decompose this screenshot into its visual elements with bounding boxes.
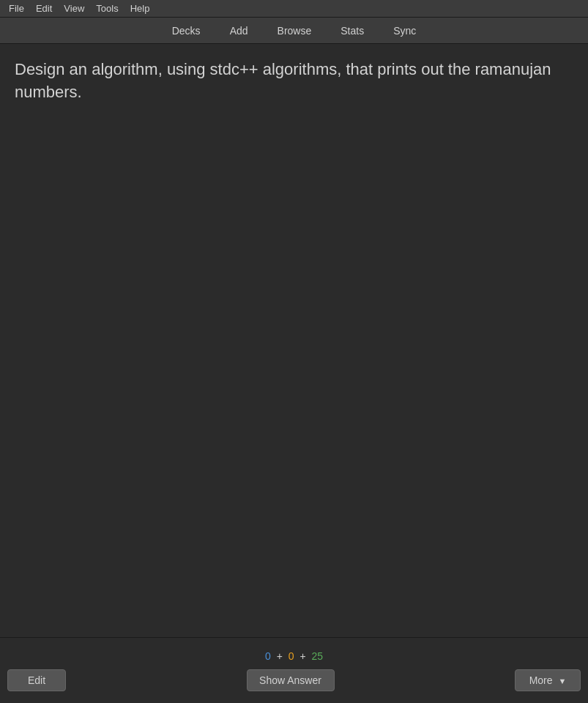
more-arrow-icon: ▼ [558,677,566,685]
toolbar-sync[interactable]: Sync [379,21,431,41]
edit-button[interactable]: Edit [7,669,66,691]
more-label: More [529,674,553,686]
menu-tools[interactable]: Tools [90,1,124,15]
menu-edit[interactable]: Edit [30,1,58,15]
show-answer-button[interactable]: Show Answer [247,669,335,691]
sep2: + [299,650,305,662]
count-due: 25 [311,650,323,662]
count-learn: 0 [289,650,294,662]
menu-bar: File Edit View Tools Help [0,0,588,18]
menu-file[interactable]: File [3,1,30,15]
toolbar: Decks Add Browse Stats Sync [0,18,588,44]
toolbar-stats[interactable]: Stats [326,21,379,41]
bottom-buttons: Edit Show Answer More ▼ [0,669,588,691]
bottom-area: 0 + 0 + 25 Edit Show Answer More ▼ [0,637,588,703]
card-counts: 0 + 0 + 25 [265,650,323,662]
card-question: Design an algorithm, using stdc++ algori… [15,59,573,104]
more-button[interactable]: More ▼ [515,669,581,691]
menu-view[interactable]: View [58,1,90,15]
card-content-area: Design an algorithm, using stdc++ algori… [0,44,588,637]
toolbar-add[interactable]: Add [215,21,263,41]
toolbar-browse[interactable]: Browse [263,21,327,41]
count-new: 0 [265,650,271,662]
toolbar-decks[interactable]: Decks [157,21,215,41]
menu-help[interactable]: Help [124,1,156,15]
sep1: + [277,650,283,662]
